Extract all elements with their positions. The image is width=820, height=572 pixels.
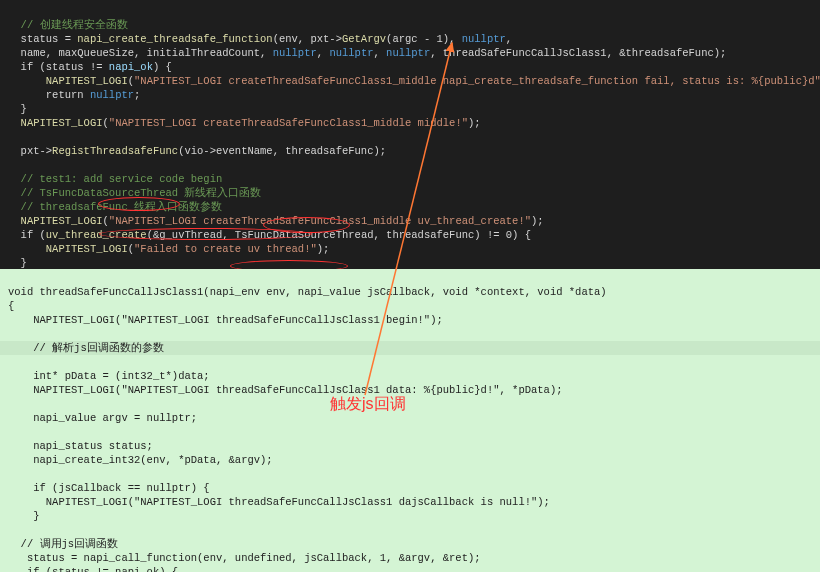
annotation-label: 触发js回调 [330, 397, 406, 411]
code-editor-lower[interactable]: void threadSafeFuncCallJsClass1(napi_env… [0, 269, 820, 572]
code-line: NAPITEST_LOGI("NAPITEST_LOGI createThrea… [8, 215, 544, 227]
code-line: return nullptr; [8, 89, 140, 101]
code-line: name, maxQueueSize, initialThreadCount, … [8, 47, 726, 59]
code-comment: // 创建线程安全函数 [8, 19, 128, 31]
code-line: if (status != napi_ok) { [8, 61, 172, 73]
code-line: // 调用js回调函数 [8, 538, 118, 550]
code-comment: // threadsafeFunc 线程入口函数参数 [8, 201, 222, 213]
code-line: int* pData = (int32_t*)data; [8, 370, 210, 382]
code-line: napi_value argv = nullptr; [8, 412, 197, 424]
code-line: if (uv_thread_create(&g_uvThread, TsFunc… [8, 229, 531, 241]
code-line: } [8, 103, 27, 115]
code-line: status = napi_create_threadsafe_function… [8, 33, 512, 45]
code-line: NAPITEST_LOGI("NAPITEST_LOGI threadSafeF… [8, 496, 550, 508]
code-line: pxt->RegistThreadsafeFunc(vio->eventName… [8, 145, 386, 157]
code-editor-upper[interactable]: // 创建线程安全函数 status = napi_create_threads… [0, 0, 820, 269]
code-line: NAPITEST_LOGI("NAPITEST_LOGI createThrea… [8, 75, 820, 87]
code-comment: // TsFuncDataSourceThread 新线程入口函数 [8, 187, 261, 199]
code-line: NAPITEST_LOGI("NAPITEST_LOGI threadSafeF… [8, 384, 563, 396]
code-line-highlighted: // 解析js回调函数的参数 [0, 341, 820, 355]
code-line: napi_status status; [8, 440, 153, 452]
code-line: NAPITEST_LOGI("NAPITEST_LOGI threadSafeF… [8, 314, 443, 326]
annotation-ellipse [230, 260, 348, 269]
code-line: if (jsCallback == nullptr) { [8, 482, 210, 494]
code-line: } [8, 510, 40, 522]
code-line: status = napi_call_function(env, undefin… [8, 552, 481, 564]
code-line: if (status != napi_ok) { [8, 566, 178, 572]
code-comment: // test1: add service code begin [8, 173, 222, 185]
code-line: NAPITEST_LOGI("Failed to create uv threa… [8, 243, 329, 255]
code-line: { [8, 300, 14, 312]
code-line: void threadSafeFuncCallJsClass1(napi_env… [8, 286, 607, 298]
code-line: napi_create_int32(env, *pData, &argv); [8, 454, 273, 466]
code-line: } [8, 257, 27, 269]
code-line: NAPITEST_LOGI("NAPITEST_LOGI createThrea… [8, 117, 481, 129]
